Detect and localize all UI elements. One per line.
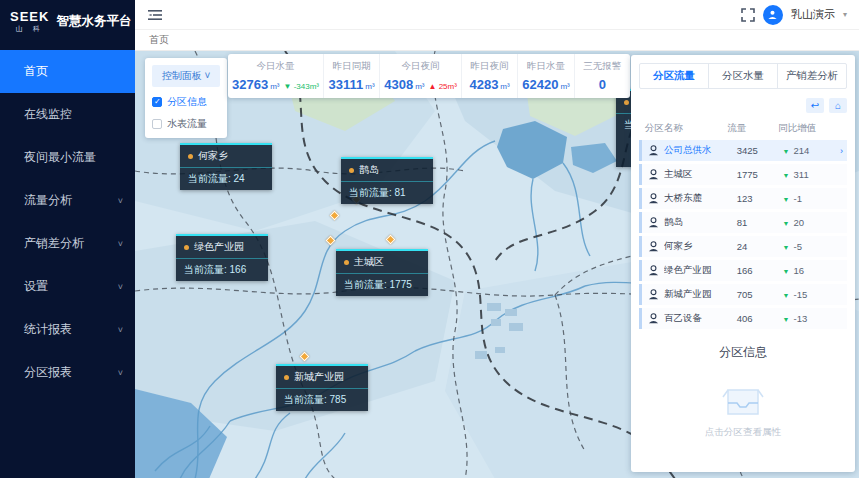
- home-icon[interactable]: ⌂: [829, 98, 847, 113]
- bubble-name: 新城产业园: [294, 370, 344, 384]
- username[interactable]: 乳山演示: [791, 7, 835, 22]
- table-row[interactable]: 公司总供水 3425 ▼214 ›: [639, 140, 847, 161]
- zone-info-empty-state: 点击分区查看属性: [639, 361, 847, 464]
- zone-delta: 311: [794, 169, 809, 180]
- zone-icon: [647, 192, 660, 205]
- avatar[interactable]: [763, 5, 783, 25]
- stat-label: 今日水量: [256, 60, 294, 73]
- sidebar-item-settings[interactable]: 设置˅: [0, 265, 135, 308]
- sidebar-item-home[interactable]: 首页: [0, 50, 135, 93]
- sidebar-item-label: 夜间最小流量: [24, 149, 96, 166]
- table-row[interactable]: 大桥东麓 123 ▼-1 ›: [639, 188, 847, 209]
- chevron-down-icon: ˅: [118, 196, 123, 206]
- bubble-flow-value: 81: [395, 187, 406, 198]
- sidebar-item-label: 统计报表: [24, 321, 72, 338]
- stat-label: 昨日水量: [527, 60, 565, 73]
- zone-flow: 166: [737, 265, 783, 276]
- table-row[interactable]: 何家乡 24 ▼-5 ›: [639, 236, 847, 257]
- zone-flow: 3425: [737, 145, 783, 156]
- zone-icon: [647, 144, 660, 157]
- logo-mark-icon: SEEK 山 科: [10, 10, 49, 32]
- fullscreen-icon[interactable]: [741, 8, 755, 22]
- bubble-flow-label: 当前流量:: [349, 187, 392, 198]
- zone-delta: -1: [794, 193, 802, 204]
- brand-logo: SEEK 山 科 智慧水务平台: [0, 0, 135, 44]
- checkbox-checked-icon[interactable]: [152, 97, 162, 107]
- zone-icon: [647, 216, 660, 229]
- stat-unit: m³: [500, 82, 509, 91]
- panel-actions: ↩ ⌂: [639, 98, 847, 113]
- zone-data-panel: 分区流量 分区水量 产销差分析 ↩ ⌂ 分区名称 流量 同比增值 公司总供水: [631, 55, 855, 472]
- tab-zone-volume[interactable]: 分区水量: [708, 64, 777, 88]
- table-row[interactable]: 新城产业园 705 ▼-15 ›: [639, 284, 847, 305]
- zone-name: 大桥东麓: [664, 192, 737, 205]
- bubble-name: 主城区: [354, 255, 384, 269]
- tab-nrw-analysis[interactable]: 产销差分析: [777, 64, 846, 88]
- stat-today-volume: 今日水量 32763m³▼ -343m³: [228, 54, 324, 98]
- back-icon[interactable]: ↩: [806, 98, 824, 113]
- trend-down-icon: ▼: [783, 172, 790, 179]
- trend-down-icon: ▼: [783, 316, 790, 323]
- col-yoy-delta: 同比增值: [778, 122, 841, 135]
- map-bubble-new-city-park[interactable]: 新城产业园 当前流量: 785: [276, 364, 368, 411]
- layer-control-button[interactable]: 控制面板 ˅: [152, 65, 220, 87]
- breadcrumb[interactable]: 首页: [149, 33, 169, 47]
- zone-icon: [647, 312, 660, 325]
- sidebar-item-zone-reports[interactable]: 分区报表˅: [0, 351, 135, 394]
- col-flow: 流量: [727, 122, 778, 135]
- user-icon: [767, 9, 778, 20]
- stat-yesterday-same-period: 昨日同期 33111m³: [324, 54, 380, 98]
- sidebar-menu: 首页 在线监控 夜间最小流量 流量分析˅ 产销差分析˅ 设置˅ 统计报表˅ 分区…: [0, 50, 135, 394]
- zone-flow: 81: [737, 217, 783, 228]
- bubble-flow-label: 当前流量:: [188, 173, 231, 184]
- tab-zone-flow[interactable]: 分区流量: [640, 64, 708, 88]
- sidebar-item-nrw-analysis[interactable]: 产销差分析˅: [0, 222, 135, 265]
- stat-tonight-volume: 今日夜间 4308m³▲ 25m³: [380, 54, 462, 98]
- stat-value: 0: [599, 77, 606, 92]
- bubble-flow-label: 当前流量:: [184, 264, 227, 275]
- sidebar-item-flow-analysis[interactable]: 流量分析˅: [0, 179, 135, 222]
- layer-option-zone-info[interactable]: 分区信息: [152, 95, 220, 109]
- top-header: 乳山演示 ▾: [135, 0, 859, 30]
- stat-value: 4308: [384, 77, 413, 92]
- table-row[interactable]: 绿色产业园 166 ▼16 ›: [639, 260, 847, 281]
- collapse-sidebar-icon[interactable]: [147, 7, 163, 23]
- map-bubble-quedao[interactable]: 鹊岛 当前流量: 81: [341, 157, 433, 204]
- layer-option-label: 分区信息: [167, 95, 207, 109]
- table-row[interactable]: 鹊岛 81 ▼20 ›: [639, 212, 847, 233]
- layer-option-meter-flow[interactable]: 水表流量: [152, 117, 220, 131]
- layer-control-label: 控制面板: [162, 70, 202, 81]
- zone-table: 公司总供水 3425 ▼214 › 主城区 1775 ▼311 ›: [639, 140, 847, 332]
- chevron-down-icon[interactable]: ▾: [843, 10, 847, 19]
- sidebar-item-online-monitoring[interactable]: 在线监控: [0, 93, 135, 136]
- zone-flow: 705: [737, 289, 783, 300]
- sidebar-item-night-min-flow[interactable]: 夜间最小流量: [0, 136, 135, 179]
- zone-flow: 1775: [737, 169, 783, 180]
- zone-name: 百乙设备: [664, 312, 737, 325]
- col-zone-name: 分区名称: [645, 122, 727, 135]
- zone-delta: 16: [794, 265, 805, 276]
- stats-bar: 今日水量 32763m³▼ -343m³ 昨日同期 33111m³ 今日夜间 4…: [228, 54, 630, 98]
- bubble-dot-icon: [344, 260, 349, 265]
- table-row[interactable]: 主城区 1775 ▼311 ›: [639, 164, 847, 185]
- zone-flow: 123: [737, 193, 783, 204]
- stat-delta: ▼ -343m³: [283, 82, 318, 91]
- table-row[interactable]: 百乙设备 406 ▼-13 ›: [639, 308, 847, 329]
- empty-caption: 点击分区查看属性: [705, 426, 781, 439]
- map-bubble-green-park[interactable]: 绿色产业园 当前流量: 166: [176, 234, 268, 281]
- zone-info-title: 分区信息: [639, 344, 847, 361]
- stat-label: 昨日同期: [333, 60, 371, 73]
- stat-label: 昨日夜间: [471, 60, 509, 73]
- stat-yesterday-volume: 昨日水量 62420m³: [518, 54, 574, 98]
- bubble-dot-icon: [349, 168, 354, 173]
- map-bubble-main-city[interactable]: 主城区 当前流量: 1775: [336, 249, 428, 296]
- stat-unit: m³: [560, 82, 569, 91]
- checkbox-unchecked-icon[interactable]: [152, 119, 162, 129]
- panel-tabs: 分区流量 分区水量 产销差分析: [639, 63, 847, 89]
- trend-down-icon: ▼: [783, 292, 790, 299]
- map-bubble-hejiaxiang[interactable]: 何家乡 当前流量: 24: [180, 143, 272, 190]
- bubble-flow-label: 当前流量:: [284, 394, 327, 405]
- zone-name: 新城产业园: [664, 288, 737, 301]
- bubble-name: 绿色产业园: [194, 240, 244, 254]
- sidebar-item-stat-reports[interactable]: 统计报表˅: [0, 308, 135, 351]
